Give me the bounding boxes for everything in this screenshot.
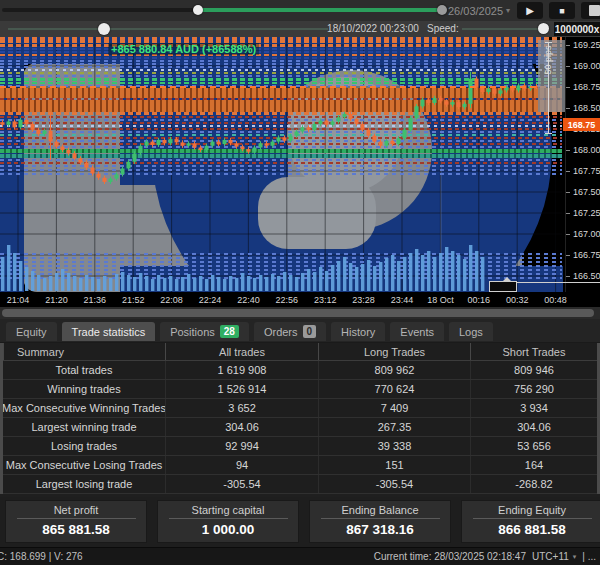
table-cell: 3 652 [165,399,318,417]
speed-track[interactable] [462,28,544,30]
trade-statistics-table: SummaryAll tradesLong TradesShort Trades… [0,343,600,494]
chevron-down-icon: ▾ [506,6,510,15]
time-axis-label: 00:32 [506,295,529,305]
time-axis-label: 00:16 [468,295,491,305]
price-axis-label: 168.00 [573,145,600,155]
axis-edge-line [517,282,600,283]
table-cell: Losing trades [3,437,165,455]
table-cell: 164 [470,456,597,474]
time-axis-label: 23:44 [391,295,414,305]
calendar-icon [589,5,600,16]
table-row: Largest winning trade304.06267.35304.06 [3,418,597,437]
price-tick [566,66,570,67]
table-row: Largest losing trade-305.54-305.54-268.8… [3,475,597,494]
price-tick [566,234,570,235]
table-row: Winning trades1 526 914770 624756 290 [3,380,597,399]
tab-events[interactable]: Events [390,322,444,341]
table-cell: 39 338 [318,437,470,455]
current-bar-marker[interactable] [489,281,517,292]
price-axis-label: 167.50 [573,187,600,197]
tab-label: Equity [16,326,47,338]
price-axis-label: 166.75 [573,250,600,260]
time-axis-label: 23:28 [352,295,375,305]
header-cell: Short Trades [470,343,597,360]
speed-label: Speed: [427,22,459,36]
journal-button[interactable] [581,2,600,19]
table-cell: Max Consecutive Losing Trades [3,456,165,474]
summary-value: 867 318.16 [346,522,414,537]
tab-orders[interactable]: Orders0 [254,322,326,341]
table-cell: Winning trades [3,380,165,398]
tab-history[interactable]: History [331,322,385,341]
tab-trade-statistics[interactable]: Trade statistics [62,322,156,341]
table-row: Total trades1 619 908809 962809 946 [3,361,597,380]
timezone-select[interactable]: UTC+11 ▾ [532,551,576,562]
table-cell: Max Consecutive Winning Trades [3,399,165,417]
price-tick [566,171,570,172]
price-tick [566,87,570,88]
table-cell: -305.54 [318,475,470,493]
session-start-handle[interactable] [193,5,203,15]
tab-label: Events [400,326,434,338]
summary-label: Ending Balance [321,504,440,519]
timeline-track[interactable] [8,28,328,30]
price-axis-label: 168.50 [573,103,600,113]
table-cell: 1 526 914 [165,380,318,398]
tab-label: Trade statistics [72,326,146,338]
price-axis-label: 168.75 [573,82,600,92]
candles-and-volume [0,37,565,292]
timezone-value: UTC+11 [532,551,569,562]
timeline-handle[interactable] [98,23,110,35]
table-cell: 756 290 [470,380,597,398]
table-cell: 304.06 [165,418,318,436]
table-cell: 3 934 [470,399,597,417]
price-chart[interactable]: 50 pips +865 880.84 AUD (+86588%) [0,37,565,292]
price-tick [566,192,570,193]
tab-positions[interactable]: Positions28 [160,322,249,341]
tab-count-badge: 28 [220,325,239,338]
table-cell: 770 624 [318,380,470,398]
timeline-datetime: 18/10/2022 00:23:00 [318,22,428,36]
price-axis[interactable]: 169.25169.00168.75168.50168.25168.00167.… [565,37,600,292]
time-axis[interactable]: 21:0421:2021:3621:5222:0822:2422:4022:56… [0,292,600,307]
session-progress-fill [200,8,440,12]
time-axis-label: 23:12 [314,295,337,305]
table-cell: 151 [318,456,470,474]
tab-equity[interactable]: Equity [6,322,57,341]
open-profit-label: +865 880.84 AUD (+86588%) [108,43,259,55]
tab-logs[interactable]: Logs [449,322,493,341]
play-button[interactable]: ▶ [517,2,543,19]
stop-button[interactable]: ■ [549,2,575,19]
speed-value[interactable]: 1000000x [554,22,600,36]
chart-scrollbar [0,307,600,319]
table-row: Losing trades92 99439 33853 656 [3,437,597,456]
date-select[interactable]: 26/03/2025 ▾ [448,2,510,19]
table-cell: 7 409 [318,399,470,417]
summary-value: 1 000.00 [202,522,255,537]
summary-box-ending-balance: Ending Balance867 318.16 [309,500,451,543]
price-axis-label: 167.00 [573,229,600,239]
table-cell: Total trades [3,361,165,379]
time-axis-label: 22:40 [237,295,260,305]
price-tick [566,45,570,46]
speed-handle[interactable] [538,23,549,34]
summary-box-ending-equity: Ending Equity866 881.58 [461,500,600,543]
table-cell: 53 656 [470,437,597,455]
chevron-down-icon: ▾ [573,553,577,561]
date-value: 26/03/2025 [448,5,503,17]
header-cell: All trades [165,343,318,360]
tab-label: Positions [170,326,215,338]
chart-area: 50 pips +865 880.84 AUD (+86588%) 169.25… [0,37,600,307]
current-price-line [0,86,562,88]
price-tick [566,108,570,109]
tab-label: Orders [264,326,298,338]
time-axis-label: 22:24 [199,295,222,305]
chart-scrollbar-thumb[interactable] [2,309,594,317]
session-end-handle[interactable] [437,5,447,15]
play-icon: ▶ [526,5,534,16]
price-tick [566,150,570,151]
table-cell: 1 619 908 [165,361,318,379]
status-trail: | ... [582,551,596,562]
summary-label: Ending Equity [473,504,592,519]
table-cell: 809 946 [470,361,597,379]
